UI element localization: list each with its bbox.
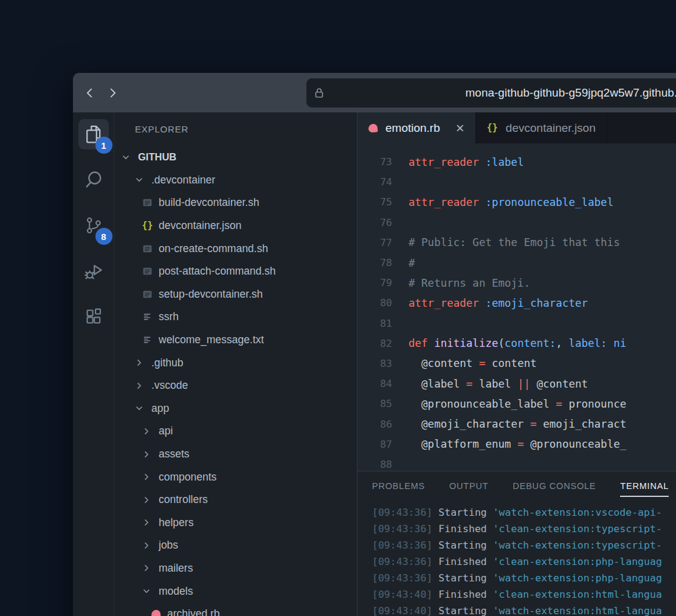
forward-button[interactable] — [105, 85, 120, 101]
chevron-right-icon — [135, 358, 143, 367]
chevron-right-icon — [142, 564, 151, 572]
tree-item-api[interactable]: api — [114, 420, 357, 443]
code-line: 73attr_reader :label — [357, 152, 676, 172]
chevron-right-icon — [142, 450, 151, 459]
editor-area: emotion.rb×{}devcontainer.json 73attr_re… — [357, 112, 676, 616]
tree-item-build-devcontainer-sh[interactable]: build-devcontainer.sh — [114, 191, 357, 214]
code-text: # Public: Get the Emoji that this — [392, 236, 626, 248]
tree-item--devcontainer[interactable]: .devcontainer — [114, 169, 357, 192]
line-number: 76 — [357, 217, 392, 228]
activity-item-source-control[interactable]: 8 — [77, 208, 111, 242]
code-text: attr_reader :pronounceable_label — [392, 196, 613, 208]
url-text: mona-github-github-g59jpq2w5w7.github.d — [326, 86, 676, 100]
code-line: 78# — [357, 253, 676, 273]
terminal-output[interactable]: [09:43:36] Starting 'watch-extension:vsc… — [357, 499, 676, 616]
address-bar[interactable]: mona-github-github-g59jpq2w5w7.github.d — [306, 78, 676, 108]
panel-tab-debug-console[interactable]: DEBUG CONSOLE — [512, 474, 596, 497]
tree-item-on-create-command-sh[interactable]: on-create-command.sh — [114, 237, 357, 260]
tree-item-label: app — [151, 402, 169, 415]
code-text: attr_reader :label — [392, 156, 524, 168]
search-icon — [83, 169, 105, 191]
editor-tab-label: devcontainer.json — [506, 121, 596, 135]
tree-item-label: ssrh — [159, 310, 179, 323]
code-text: # — [392, 257, 415, 269]
tree-item-helpers[interactable]: helpers — [114, 512, 357, 535]
vscode-workbench: 18 EXPLORER GITHUB.devcontainerbuild-dev… — [73, 112, 676, 616]
code-text: @content = content — [392, 357, 537, 369]
tree-item-label: .github — [151, 357, 184, 369]
activity-item-search[interactable] — [77, 163, 111, 197]
tree-item-github[interactable]: GITHUB — [114, 146, 357, 169]
panel-tab-output[interactable]: OUTPUT — [449, 474, 488, 497]
line-number: 88 — [357, 459, 392, 470]
tree-item-label: devcontainer.json — [159, 219, 241, 232]
tree-item-ssrh[interactable]: ssrh — [114, 306, 357, 329]
tree-item-models[interactable]: models — [114, 580, 357, 603]
json-file-icon: {} — [142, 221, 153, 230]
code-text: @pronounceable_label = pronounce — [392, 398, 626, 410]
code-line: 76 — [357, 213, 676, 233]
tab-close-button[interactable]: × — [456, 121, 464, 135]
tree-item-app[interactable]: app — [114, 397, 357, 420]
code-line: 75attr_reader :pronounceable_label — [357, 192, 676, 212]
tree-item-label: controllers — [159, 493, 208, 506]
code-editor[interactable]: 73attr_reader :label7475attr_reader :pro… — [357, 143, 676, 471]
tree-item-assets[interactable]: assets — [114, 443, 357, 466]
tree-item-label: build-devcontainer.sh — [159, 196, 259, 209]
tree-item-jobs[interactable]: jobs — [114, 534, 357, 557]
chevron-down-icon — [135, 176, 143, 184]
code-line: 79# Returns an Emoji. — [357, 273, 676, 293]
tree-item-label: on-create-command.sh — [159, 242, 268, 255]
panel-tab-terminal[interactable]: TERMINAL — [620, 474, 669, 497]
text-file-icon — [142, 312, 153, 321]
tree-item-devcontainer-json[interactable]: {}devcontainer.json — [114, 214, 357, 238]
chevron-down-icon — [122, 153, 130, 162]
line-number: 77 — [357, 237, 392, 248]
tree-item-label: welcome_message.txt — [159, 334, 264, 346]
code-text: @platform_enum = @pronounceable_ — [392, 438, 626, 450]
ruby-file-icon — [368, 124, 378, 132]
chevron-down-icon — [135, 404, 143, 412]
browser-window: mona-github-github-g59jpq2w5w7.github.d … — [73, 73, 676, 616]
tree-item-label: GITHUB — [138, 151, 176, 163]
terminal-line: [09:43:40] Finished 'clean-extension:htm… — [372, 586, 676, 603]
activity-badge: 1 — [95, 137, 112, 154]
terminal-line: [09:43:36] Starting 'watch-extension:typ… — [372, 537, 676, 553]
ruby-file-icon — [151, 610, 161, 616]
activity-item-run-debug[interactable] — [77, 254, 111, 288]
code-line: 80attr_reader :emoji_character — [357, 293, 676, 313]
tree-item-label: post-attach-command.sh — [159, 265, 276, 278]
tree-item-post-attach-command-sh[interactable]: post-attach-command.sh — [114, 260, 357, 283]
tree-item-welcome-message-txt[interactable]: welcome_message.txt — [114, 329, 357, 352]
panel-tab-problems[interactable]: PROBLEMS — [372, 474, 425, 497]
tree-item-setup-devcontainer-sh[interactable]: setup-devcontainer.sh — [114, 283, 357, 306]
editor-tab-devcontainer-json[interactable]: {}devcontainer.json — [476, 112, 607, 143]
code-line: 86 @emoji_character = emoji_charact — [357, 414, 676, 434]
tree-item-label: assets — [159, 448, 190, 460]
chevron-right-icon — [142, 518, 151, 527]
tree-item-components[interactable]: components — [114, 465, 357, 488]
code-line: 84 @label = label || @content — [357, 374, 676, 394]
file-tree: GITHUB.devcontainerbuild-devcontainer.sh… — [114, 146, 357, 616]
text-file-icon — [142, 335, 153, 344]
tree-item-label: setup-devcontainer.sh — [159, 288, 263, 301]
back-button[interactable] — [83, 85, 98, 101]
lock-icon — [312, 86, 326, 100]
terminal-line: [09:43:40] Starting 'watch-extension:htm… — [372, 603, 676, 616]
tree-item-label: jobs — [159, 539, 178, 552]
tree-item-mailers[interactable]: mailers — [114, 557, 357, 580]
activity-item-explorer[interactable]: 1 — [77, 117, 111, 151]
line-number: 75 — [357, 196, 392, 208]
line-number: 81 — [357, 318, 392, 329]
code-text: attr_reader :emoji_character — [392, 297, 588, 309]
tree-item-archived-rb[interactable]: archived.rb — [114, 603, 357, 616]
line-number: 83 — [357, 358, 392, 369]
tree-item--vscode[interactable]: .vscode — [114, 374, 357, 397]
editor-tab-emotion-rb[interactable]: emotion.rb× — [357, 112, 476, 143]
line-number: 80 — [357, 297, 392, 309]
activity-item-extensions[interactable] — [77, 299, 111, 334]
terminal-line: [09:43:36] Finished 'clean-extension:php… — [372, 553, 676, 570]
tree-item-controllers[interactable]: controllers — [114, 488, 357, 512]
explorer-sidebar: EXPLORER GITHUB.devcontainerbuild-devcon… — [114, 112, 357, 616]
tree-item--github[interactable]: .github — [114, 351, 357, 374]
